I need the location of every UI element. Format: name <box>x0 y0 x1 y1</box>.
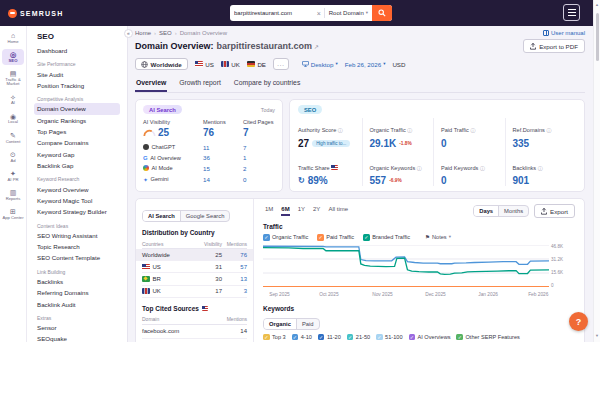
sidebar-item-dashboard[interactable]: Dashboard <box>34 45 120 56</box>
tab-compare-by-countries[interactable]: Compare by countries <box>233 76 302 92</box>
ai-platform-row[interactable]: ChatGPT 11 7 <box>143 142 275 153</box>
organic-keywords-value[interactable]: 557 <box>370 175 387 186</box>
rail-item-traffic-market[interactable]: ▤Traffic & Market <box>2 68 24 89</box>
table-row-br[interactable]: BR 30 13 <box>142 273 247 285</box>
ai-visibility-value[interactable]: 25 <box>143 127 203 138</box>
sidebar-item-topic-research[interactable]: Topic Research <box>34 241 120 252</box>
sidebar-item-backlink-audit[interactable]: Backlink Audit <box>34 298 120 309</box>
sidebar-item-keyword-strategy-builder[interactable]: Keyword Strategy Builder <box>34 206 120 217</box>
user-manual-link[interactable]: User manual <box>543 30 585 36</box>
sidebar-item-backlink-gap[interactable]: Backlink Gap <box>34 160 120 171</box>
rail-item-home[interactable]: ⌂Home <box>2 30 24 46</box>
traffic-chart[interactable]: 46.8K 31.2K 15.6K 0 <box>263 245 575 291</box>
sidebar-item-seo-writing-assistant[interactable]: SEO Writing Assistant <box>34 230 120 241</box>
de-scope-button[interactable]: DE <box>247 61 266 68</box>
legend-paid-traffic[interactable]: Paid Traffic <box>317 234 354 241</box>
rail-item-app-center[interactable]: ⊞App Center <box>2 206 24 222</box>
legend-21-50[interactable]: 21-50 <box>347 334 370 341</box>
ai-platform-row[interactable]: GAI Overview 36 1 <box>143 153 275 164</box>
rail-item-ad[interactable]: ⊙Ad <box>2 149 24 165</box>
rail-item-ai-pr[interactable]: ✦AI PR <box>2 168 24 184</box>
search-scope-dropdown[interactable]: Root Domain ▾ <box>325 10 372 16</box>
sidebar-item-keyword-overview[interactable]: Keyword Overview <box>34 183 120 194</box>
device-dropdown[interactable]: Desktop ▾ <box>302 61 338 68</box>
cited-pages-value[interactable]: 7 <box>243 127 277 138</box>
legend-51-100[interactable]: 51-100 <box>376 334 402 341</box>
range-1m[interactable]: 1M <box>265 206 273 216</box>
page-scrollbar[interactable]: ▲ ▼ <box>593 0 600 342</box>
sidebar-item-position-tracking[interactable]: Position Tracking <box>34 80 120 91</box>
sidebar-item-compare-domains[interactable]: Compare Domains <box>34 137 120 148</box>
legend-11-20[interactable]: 11-20 <box>318 334 341 341</box>
mentions-value[interactable]: 76 <box>203 127 243 138</box>
rail-item-ai[interactable]: ✧AI <box>2 92 24 108</box>
clear-search-icon[interactable]: × <box>314 10 324 17</box>
rail-item-reports[interactable]: ▥Reports <box>2 187 24 203</box>
table-row-uk[interactable]: UK 17 3 <box>142 286 247 298</box>
legend-organic-traffic[interactable]: Organic Traffic <box>263 234 308 241</box>
toggle-months[interactable]: Months <box>499 206 528 216</box>
toggle-organic[interactable]: Organic <box>264 319 297 329</box>
semrush-logo[interactable]: SEMRUSH <box>8 9 63 18</box>
scroll-down-arrow-icon[interactable]: ▼ <box>594 333 600 338</box>
paid-keywords-value[interactable]: 0 <box>441 175 447 186</box>
sidebar-item-organic-rankings[interactable]: Organic Rankings <box>34 115 120 126</box>
cited-source-row[interactable]: facebook.com 14 <box>142 325 247 339</box>
table-row-worldwide[interactable]: Worldwide 25 76 <box>136 249 253 261</box>
toggle-paid[interactable]: Paid <box>297 319 319 329</box>
tab-overview[interactable]: Overview <box>135 76 167 92</box>
search-input[interactable] <box>230 10 314 16</box>
ai-platform-row[interactable]: AI Mode 15 2 <box>143 163 275 174</box>
rail-item-local[interactable]: ◉Local <box>2 111 24 127</box>
legend-4-10[interactable]: 4-10 <box>292 334 312 341</box>
sidebar-item-top-pages[interactable]: Top Pages <box>34 126 120 137</box>
range-1y[interactable]: 1Y <box>298 206 305 216</box>
tab-growth-report[interactable]: Growth report <box>178 76 222 92</box>
range-6m[interactable]: 6M <box>281 206 289 216</box>
sidebar-item-seoquake[interactable]: SEOquake <box>34 333 120 342</box>
us-scope-button[interactable]: US <box>195 61 214 68</box>
breadcrumb-home[interactable]: Home <box>135 30 151 36</box>
more-countries-button[interactable]: ··· <box>273 58 289 70</box>
collapse-sidebar-button[interactable]: « <box>124 29 133 38</box>
ai-platform-row[interactable]: ✦Gemini 14 0 <box>143 174 275 185</box>
sidebar-item-site-audit[interactable]: Site Audit <box>34 68 120 79</box>
range-2y[interactable]: 2Y <box>313 206 320 216</box>
legend-branded-traffic[interactable]: Branded Traffic <box>363 234 410 241</box>
toggle-days[interactable]: Days <box>474 206 499 216</box>
worldwide-button[interactable]: Worldwide <box>135 58 188 70</box>
export-button[interactable]: Export <box>534 204 575 218</box>
legend-ai-overviews[interactable]: AI Overviews <box>409 334 451 341</box>
sidebar-item-sensor[interactable]: Sensor <box>34 322 120 333</box>
range-all-time[interactable]: All time <box>328 206 348 216</box>
notes-dropdown[interactable]: ⚑Notes▾ <box>425 234 451 240</box>
scrollbar-thumb[interactable] <box>596 13 600 61</box>
legend-top3[interactable]: Top 3 <box>263 334 286 341</box>
toggle-google-search[interactable]: Google Search <box>181 211 230 221</box>
rail-item-seo[interactable]: ◎SEO <box>2 49 24 65</box>
cited-source-row[interactable]: yelp.com 13 <box>142 339 247 342</box>
export-to-pdf-button[interactable]: Export to PDF <box>523 39 585 53</box>
external-link-icon[interactable]: ↗ <box>314 43 319 50</box>
sidebar-item-referring-domains[interactable]: Referring Domains <box>34 287 120 298</box>
search-button[interactable] <box>372 5 392 21</box>
rail-item-content[interactable]: ✎Content <box>2 130 24 146</box>
sidebar-item-backlinks[interactable]: Backlinks <box>34 276 120 287</box>
organic-traffic-value[interactable]: 29.1K <box>370 138 397 149</box>
paid-traffic-value[interactable]: 0 <box>441 138 447 149</box>
ref-domains-value[interactable]: 335 <box>513 138 530 149</box>
sidebar-item-keyword-gap[interactable]: Keyword Gap <box>34 149 120 160</box>
backlinks-value[interactable]: 901 <box>513 175 530 186</box>
table-row-us[interactable]: US 31 57 <box>142 261 247 273</box>
sidebar-item-domain-overview[interactable]: Domain Overview <box>34 103 120 114</box>
scroll-up-arrow-icon[interactable]: ▲ <box>594 2 600 7</box>
date-dropdown[interactable]: Feb 26, 2026 ▾ <box>345 61 386 68</box>
menu-button[interactable] <box>563 4 580 21</box>
help-button[interactable]: ? <box>569 312 588 331</box>
toggle-ai-search[interactable]: AI Search <box>143 211 181 221</box>
breadcrumb-seo[interactable]: SEO <box>159 30 172 36</box>
uk-scope-button[interactable]: UK <box>221 61 240 68</box>
sidebar-item-seo-content-template[interactable]: SEO Content Template <box>34 252 120 263</box>
sidebar-item-keyword-magic-tool[interactable]: Keyword Magic Tool <box>34 195 120 206</box>
legend-other-serp-features[interactable]: Other SERP Features <box>456 334 519 341</box>
